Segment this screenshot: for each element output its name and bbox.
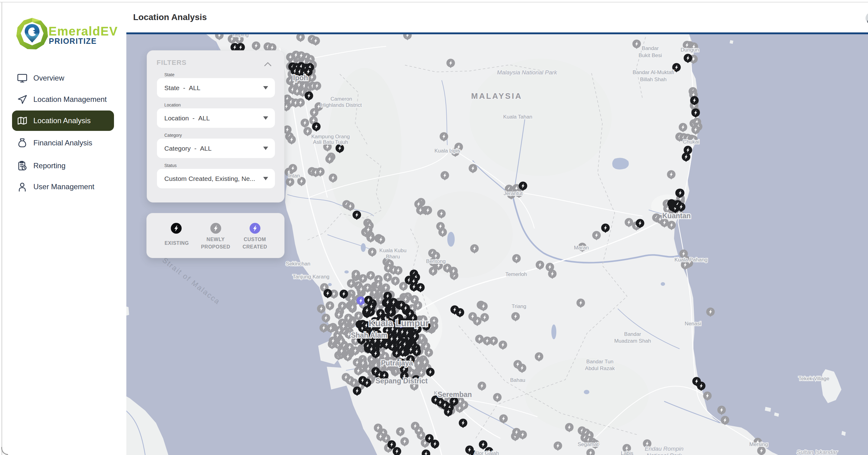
svg-text:Segamat: Segamat — [578, 442, 599, 447]
svg-text:Kuala Tahan: Kuala Tahan — [503, 114, 532, 120]
svg-text:Chukai: Chukai — [683, 139, 699, 145]
svg-text:Bandar Al-Muktafi: Bandar Al-Muktafi — [632, 69, 674, 75]
svg-text:Sepang District: Sepang District — [376, 377, 428, 385]
svg-text:Intan: Intan — [288, 173, 300, 179]
svg-text:Kuala Pahang: Kuala Pahang — [675, 257, 708, 263]
svg-text:Tekek Village: Tekek Village — [799, 376, 829, 382]
svg-text:Kuala Lipis: Kuala Lipis — [434, 148, 460, 154]
svg-text:Tanjung Karang: Tanjung Karang — [292, 274, 329, 280]
svg-text:Highlands District: Highlands District — [321, 102, 362, 108]
svg-text:Sekinchan: Sekinchan — [286, 261, 310, 267]
svg-text:Jerantut: Jerantut — [503, 191, 523, 196]
svg-text:Maran: Maran — [574, 245, 589, 251]
svg-text:Bharu: Bharu — [386, 254, 400, 260]
svg-text:Asli Batu Tujuh: Asli Batu Tujuh — [313, 139, 348, 145]
svg-text:Malaysia National Park: Malaysia National Park — [497, 69, 558, 76]
svg-text:Labis: Labis — [621, 450, 633, 455]
svg-text:Sultan Iskandar: Sultan Iskandar — [797, 449, 838, 455]
svg-text:Dungun: Dungun — [681, 47, 699, 53]
svg-text:Muadzam Shah: Muadzam Shah — [614, 338, 651, 344]
svg-text:Nenasi: Nenasi — [685, 321, 701, 327]
svg-text:Abdul Razak: Abdul Razak — [585, 365, 615, 371]
svg-text:MALAYSIA: MALAYSIA — [471, 91, 522, 101]
svg-text:Kuala Kubu: Kuala Kubu — [379, 248, 406, 253]
svg-text:Taiping: Taiping — [232, 34, 249, 38]
svg-text:Ipoh: Ipoh — [293, 74, 308, 82]
svg-text:Kampung Orang: Kampung Orang — [311, 134, 350, 139]
svg-text:Bukit Besi: Bukit Besi — [639, 53, 662, 58]
svg-text:Bandar: Bandar — [624, 331, 641, 337]
svg-text:Billah Shah: Billah Shah — [640, 76, 666, 83]
svg-text:Bandar Tun: Bandar Tun — [586, 359, 614, 364]
svg-text:Cameron: Cameron — [331, 96, 352, 102]
svg-text:Kuala Lumpur: Kuala Lumpur — [369, 318, 429, 328]
svg-text:Alor Gajah: Alor Gajah — [474, 450, 499, 455]
svg-text:Mersing: Mersing — [749, 442, 768, 447]
svg-text:Triang: Triang — [512, 303, 526, 309]
svg-text:Kuantan: Kuantan — [662, 212, 691, 220]
svg-text:Bentong: Bentong — [426, 258, 445, 264]
svg-text:Bahau: Bahau — [510, 377, 525, 383]
svg-text:Bandar: Bandar — [642, 45, 659, 51]
svg-text:National Park: National Park — [647, 452, 682, 455]
svg-text:Seremban: Seremban — [437, 390, 472, 398]
svg-text:Endau Rompin: Endau Rompin — [645, 446, 684, 452]
svg-text:Temerloh: Temerloh — [505, 271, 527, 277]
svg-text:Putrajaya: Putrajaya — [381, 359, 413, 367]
svg-text:Shah Alam: Shah Alam — [351, 331, 388, 339]
